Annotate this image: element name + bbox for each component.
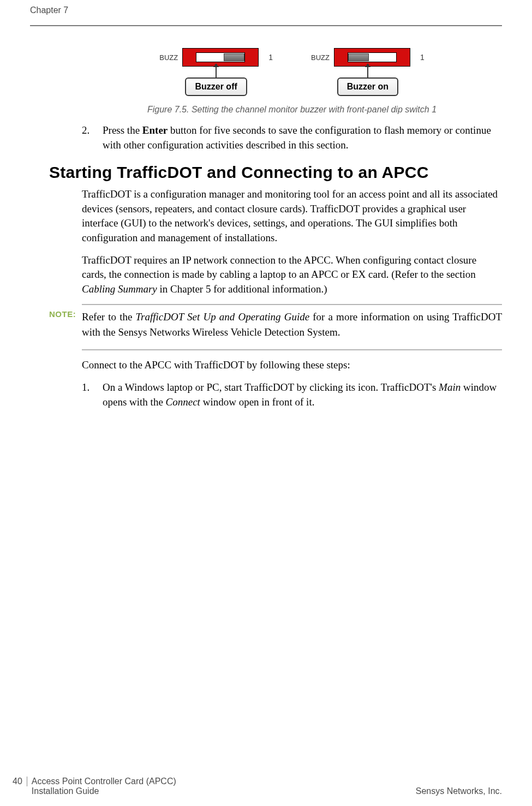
buzz-label: BUZZ bbox=[311, 53, 330, 62]
figure-7-5: BUZZ 1 Buzzer off BUZZ 1 Buzzer on bbox=[82, 48, 502, 96]
list-item: 1. On a Windows laptop or PC, start Traf… bbox=[82, 380, 502, 409]
header-rule bbox=[30, 25, 502, 26]
list-text: Press the Enter button for five seconds … bbox=[103, 123, 502, 152]
note-label: NOTE: bbox=[49, 309, 76, 319]
note-text: Refer to the TrafficDOT Set Up and Opera… bbox=[82, 309, 502, 339]
list-item: 2. Press the Enter button for five secon… bbox=[82, 123, 502, 152]
figure-caption: Figure 7.5. Setting the channel monitor … bbox=[82, 105, 502, 115]
buzzer-off-diagram: BUZZ 1 Buzzer off bbox=[159, 48, 273, 96]
step-list-2: 1. On a Windows laptop or PC, start Traf… bbox=[82, 380, 502, 409]
content-area: BUZZ 1 Buzzer off BUZZ 1 Buzzer on Figur… bbox=[30, 48, 502, 409]
list-text: On a Windows laptop or PC, start Traffic… bbox=[103, 380, 502, 409]
switch-number: 1 bbox=[420, 53, 425, 62]
step-list-1: 2. Press the Enter button for five secon… bbox=[82, 123, 502, 152]
buzzer-on-callout: Buzzer on bbox=[337, 77, 398, 96]
document-page: Chapter 7 BUZZ 1 Buzzer off BUZZ 1 bbox=[0, 0, 532, 806]
note-rule bbox=[82, 304, 502, 305]
chapter-header: Chapter 7 bbox=[30, 0, 502, 25]
buzzer-off-callout: Buzzer off bbox=[185, 77, 247, 96]
note-block: NOTE: Refer to the TrafficDOT Set Up and… bbox=[82, 304, 502, 350]
paragraph: TrafficDOT is a configuration manager an… bbox=[82, 187, 502, 245]
doc-title-line1: Access Point Controller Card (APCC) bbox=[32, 777, 176, 786]
note-rule bbox=[82, 349, 502, 350]
switch-number: 1 bbox=[268, 53, 273, 62]
list-number: 2. bbox=[82, 123, 94, 152]
paragraph: Connect to the APCC with TrafficDOT by f… bbox=[82, 358, 502, 373]
list-number: 1. bbox=[82, 380, 94, 409]
paragraph: TrafficDOT requires an IP network connec… bbox=[82, 253, 502, 297]
buzzer-on-diagram: BUZZ 1 Buzzer on bbox=[311, 48, 425, 96]
company-name: Sensys Networks, Inc. bbox=[416, 786, 502, 796]
page-footer: 40 Access Point Controller Card (APCC) 4… bbox=[13, 777, 502, 796]
buzz-label: BUZZ bbox=[159, 53, 178, 62]
section-heading: Starting TrafficDOT and Connecting to an… bbox=[49, 163, 502, 182]
page-number: 40 bbox=[13, 777, 27, 786]
doc-title-line2: Installation Guide bbox=[32, 786, 99, 796]
